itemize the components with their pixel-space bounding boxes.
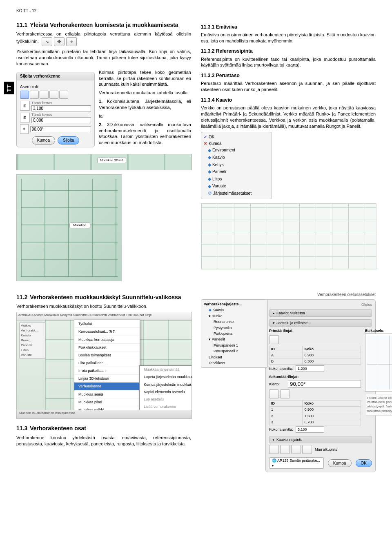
sec-pattern-icon-1[interactable] <box>269 389 279 398</box>
dialog-title: Sijoita verhorakenne <box>17 72 94 81</box>
page-header: KO.TT - 12 <box>16 8 376 14</box>
angle-input[interactable] <box>30 126 91 132</box>
bottom-height-input[interactable] <box>31 117 91 123</box>
align-icon-5[interactable] <box>59 91 68 99</box>
elevation-strip-image: Muokkaa 3Dssä <box>16 154 192 170</box>
floor-label-2: Tämä kerros <box>31 112 91 117</box>
sun-icon[interactable]: ☀ <box>20 124 29 134</box>
bullet-icon: ◆ <box>208 168 211 176</box>
bottom-strip: Muodon muokkaaminen leikkauksessa <box>17 410 192 418</box>
sec-11-3-1-text: Emäviiva on ensimmäinen verhorakenteen p… <box>201 32 376 44</box>
settings-panel: Oletus ▸ Kaaviot Muistissa ▾ Jaottelu ja… <box>265 299 376 472</box>
grid-preview <box>365 334 392 392</box>
preview-label: Esikatselu: <box>365 328 392 333</box>
rotation-label: Kierto: <box>269 382 285 387</box>
primary-lines-label: Primäärilinjat: <box>269 328 308 333</box>
rotation-input[interactable] <box>288 380 361 388</box>
sec-11-3-4-text: Verkko on perustason päällä oleva kaavio… <box>201 105 376 129</box>
align-icon-2[interactable] <box>30 91 39 99</box>
cross-icon[interactable]: ✖ <box>204 141 207 146</box>
para-11-1-a: Verhorakenteessa on erilaisia piirtotapo… <box>16 31 191 46</box>
origin-icon-2[interactable] <box>280 445 290 454</box>
sec-11-2-text: Verhorakenteen muokkauskäskyt on koottu … <box>16 303 191 309</box>
hdr-sijainti[interactable]: ▸ Kaavion sijainti: <box>269 436 372 443</box>
dialog-label-asemointi: Asemointi: <box>20 84 91 90</box>
main-dropdown[interactable]: Työkalut Kerrosasetukset... ⌘7 Muokkaa k… <box>74 320 140 419</box>
para-11-1-b: Yksinkertaisimmillaan piirretään tai teh… <box>16 49 191 67</box>
section-11-3-title: 11.3Verhorakenteen osat <box>16 425 191 432</box>
gear-icon[interactable]: ⚙ <box>208 190 212 197</box>
sec-11-3-2: 11.3.2 Referenssipinta <box>201 48 376 54</box>
schema-grid-preview <box>201 203 376 269</box>
top-height-input[interactable] <box>31 105 91 111</box>
sec-11-3-4: 11.3.4 Kaavio <box>201 97 376 103</box>
sec-pattern-icon-2[interactable] <box>280 389 290 398</box>
default-label: Oletus <box>269 302 372 307</box>
hint-note: Huom: Osoita kenttiin vaihtaaksesi panee… <box>365 394 392 416</box>
primary-table[interactable]: IDKoko A0,900 B0,300 <box>269 346 361 365</box>
align-icon-3[interactable] <box>40 91 49 99</box>
grid-icon-bottom[interactable]: ⊞ <box>20 113 30 122</box>
panel-tag-muokkaa[interactable]: Muokkaa <box>69 222 90 229</box>
origin-icon-4[interactable] <box>302 445 312 454</box>
settings-cancel-button[interactable]: Kumoa <box>328 459 352 467</box>
total2-label: Kokonaismitta: <box>269 427 293 432</box>
elevation-tag[interactable]: Muokkaa 3Dssä <box>97 158 126 164</box>
hdr-jaottelu[interactable]: ▾ Jaottelu ja esikatselu <box>269 319 372 327</box>
total1-label: Kokonaismitta: <box>269 366 293 371</box>
side-tab: TT <box>4 82 14 94</box>
settings-main-title: Verhorakenteen oletusasetukset <box>201 292 376 298</box>
bullet-icon: ◆ <box>208 183 211 190</box>
dialog-cancel-button[interactable]: Kumoa <box>32 136 56 145</box>
align-icon-4[interactable] <box>49 91 58 99</box>
origin-icon-1[interactable] <box>269 445 279 454</box>
section-11-1-title: 11.1Yleistä Verhorakenteen luomisesta ja… <box>16 21 191 29</box>
menu-screenshot: ArchiCAD Arkisto Muokkaus Näkymä Suunnit… <box>16 312 192 419</box>
secondary-lines-label: Sekundäärilinjat: <box>269 374 308 379</box>
align-icon-1[interactable] <box>20 91 29 99</box>
section-11-2-title: 11.2Verhorakenteen muokkauskäskyt Suunni… <box>16 294 191 301</box>
prim-pattern-icon[interactable] <box>269 335 279 344</box>
bullet-icon: ◆ <box>208 154 211 161</box>
layer-tree: ✔OK ✖Kumoa ◆Environment ◆Kaavio ◆Kehys ◆… <box>201 132 272 199</box>
tool-icon-1[interactable]: ↘ <box>42 37 52 46</box>
globe-icon: ◆ <box>208 147 211 154</box>
bullet-icon: ◆ <box>208 176 211 183</box>
grid-icon-top[interactable]: ⊞ <box>20 101 30 111</box>
origin-icon-3[interactable] <box>291 445 301 454</box>
settings-tree[interactable]: Verhorakenejärjeste... ◆ Kaavio ▾ Runko … <box>201 299 268 368</box>
surface-chip[interactable]: 🌐 AR125 Seinän pintarake... ▸ <box>269 457 324 469</box>
sec-11-3-3: 11.3.3 Perustaso <box>201 72 376 79</box>
secondary-table[interactable]: IDKoko 10,900 21,500 30,700 <box>269 400 361 425</box>
total1-value: 1,200 <box>296 365 324 372</box>
origin-label: Muu alkupiste <box>315 447 338 452</box>
floor-label-1: Tämä kerros <box>31 100 91 105</box>
check-icon[interactable]: ✔ <box>204 135 207 139</box>
dialog-ok-button[interactable]: Sijoita <box>58 136 79 145</box>
total2-value: 3,100 <box>296 426 324 433</box>
hdr-kaaviot[interactable]: ▸ Kaaviot Muistissa <box>269 309 372 317</box>
curtain-wall-3d-view: Muokkaa <box>16 174 122 281</box>
settings-ok-button[interactable]: OK <box>356 459 372 467</box>
sec-11-3-2-text: Referenssipinta on kuvitteellinen taso t… <box>201 56 376 69</box>
left-palette: Valikko Verhorakk... Kaavio Runko Paneel… <box>19 322 45 359</box>
placement-dialog: Sijoita verhorakenne Asemointi: ⊞ Tämä k… <box>16 72 95 147</box>
tool-icon-3[interactable]: ⌖ <box>66 37 77 46</box>
sec-11-3-text: Verhorakenne koostuu yhdeksästä osasta: … <box>16 435 191 447</box>
sec-11-3-3-text: Perustaso määrittää Verhorakenteen asenn… <box>201 80 376 93</box>
bullet-icon: ◆ <box>208 161 211 169</box>
tool-icon-2[interactable]: ✥ <box>54 37 65 46</box>
sec-11-3-1: 11.3.1 Emäviiva <box>201 24 376 30</box>
